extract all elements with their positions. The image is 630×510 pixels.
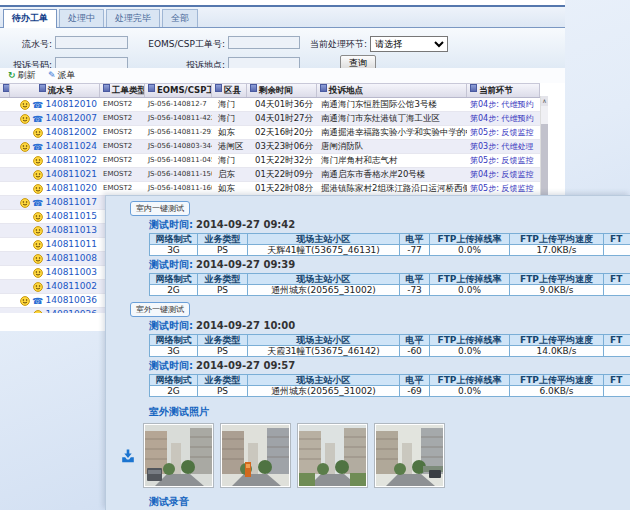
indoor-test-button[interactable]: 室内一键测试 xyxy=(130,201,190,216)
phone-icon[interactable]: ☎ xyxy=(32,296,43,306)
remaining-time-cell: 02天16时20分 xyxy=(247,126,317,139)
test-table: 网络制式业务类型现场主站小区电平FTP上传掉线率FTP上传平均速度FT2GPS通… xyxy=(149,273,630,296)
test-value-cell: 通州城东(20565_31002) xyxy=(248,386,400,397)
smiley-face-icon xyxy=(20,198,30,208)
smiley-face-icon xyxy=(33,212,43,222)
phone-icon[interactable]: ☎ xyxy=(32,100,43,110)
serial-number-link[interactable]: 140811008 xyxy=(45,252,97,265)
serial-number-link[interactable]: 140811017 xyxy=(45,196,97,209)
column-header-4[interactable]: 剩余时间 xyxy=(247,84,317,97)
dispatch-button[interactable]: ✎派单 xyxy=(48,69,76,82)
test-column-header: 电平 xyxy=(400,234,430,245)
smiley-face-icon xyxy=(33,170,43,180)
smiley-face-icon xyxy=(33,282,43,292)
test-value-cell: 6.0KB/s xyxy=(510,386,604,397)
test-value-cell: PS xyxy=(198,346,248,357)
serial-number-link[interactable]: 140811002 xyxy=(45,280,97,293)
table-row[interactable]: ☎140811024EMOST2JS-056-140803-344港闸区03天2… xyxy=(0,140,540,154)
row-select-cell xyxy=(0,252,10,265)
tab-pending-orders[interactable]: 待办工单 xyxy=(3,9,57,28)
order-type-cell: EMOST2 xyxy=(100,154,145,167)
smiley-face-icon xyxy=(20,114,30,124)
eoms-number-cell: JS-056-140811-160 xyxy=(145,182,212,195)
serial-number-link[interactable]: 140811003 xyxy=(45,266,97,279)
location-cell: 南通掘港幸福路实验小学和实验中学的中间（老教... xyxy=(317,126,467,139)
serial-cell: 140812002 xyxy=(10,126,100,139)
row-select-cell xyxy=(0,224,10,237)
street-photo-2[interactable] xyxy=(221,424,290,487)
tab-strip: 待办工单处理中处理完毕全部 xyxy=(0,5,565,28)
serial-input[interactable] xyxy=(55,36,128,49)
current-step-cell: 第04步: 代维预约 xyxy=(467,98,540,111)
test-time-label: 测试时间: xyxy=(149,360,193,371)
refresh-button[interactable]: ↻刷新 xyxy=(8,69,36,82)
eoms-number-cell: JS-056-140812-7 xyxy=(145,98,212,111)
phone-icon[interactable]: ☎ xyxy=(32,114,43,124)
serial-number-link[interactable]: 140811022 xyxy=(45,154,97,167)
remaining-time-cell: 04天01时36分 xyxy=(247,98,317,111)
test-column-header: FTP上传平均速度 xyxy=(510,234,604,245)
column-header-6[interactable]: 当前环节 xyxy=(467,84,540,97)
test-column-header: FT xyxy=(604,375,630,386)
serial-cell: ☎140812010 xyxy=(10,98,100,111)
tab-all[interactable]: 全部 xyxy=(162,9,198,27)
table-row[interactable]: 140812002EMOST2JS-056-140811-291如东02天16时… xyxy=(0,126,540,140)
test-value-cell: PS xyxy=(198,285,248,296)
scroll-up-icon[interactable]: ∧ xyxy=(541,96,548,106)
current-step-cell: 第03步: 代维处理 xyxy=(467,140,540,153)
serial-number-link[interactable]: 140810026 xyxy=(45,308,97,313)
phone-icon[interactable]: ☎ xyxy=(32,198,43,208)
test-value-cell: -73 xyxy=(400,285,430,296)
outdoor-test-button[interactable]: 室外一键测试 xyxy=(130,302,190,317)
serial-number-link[interactable]: 140811013 xyxy=(45,224,97,237)
test-time-line: 测试时间:2014-09-27 10:00 xyxy=(149,319,630,333)
test-column-header: 现场主站小区 xyxy=(248,274,400,285)
serial-number-link[interactable]: 140811015 xyxy=(45,210,97,223)
serial-number-link[interactable]: 140811011 xyxy=(45,238,97,251)
street-photo-3[interactable] xyxy=(298,424,367,487)
eoms-number-cell: JS-056-140811-422 xyxy=(145,112,212,125)
test-time-label: 测试时间: xyxy=(149,259,193,270)
smiley-face-icon xyxy=(33,226,43,236)
column-header-label: 工单类型 xyxy=(112,85,145,95)
table-row[interactable]: 140811021EMOST2JS-056-140811-150启东01天22时… xyxy=(0,168,540,182)
column-header-5[interactable]: 投诉地点 xyxy=(317,84,467,97)
tab-finished[interactable]: 处理完毕 xyxy=(106,9,160,27)
row-select-cell xyxy=(0,182,10,195)
table-row[interactable]: ☎140812007EMOST2JS-056-140811-422海门04天01… xyxy=(0,112,540,126)
serial-label: 流水号: xyxy=(0,38,52,50)
step-select[interactable]: 请选择 xyxy=(370,36,448,52)
test-table-header-row: 网络制式业务类型现场主站小区电平FTP上传掉线率FTP上传平均速度FT xyxy=(150,274,630,285)
serial-number-link[interactable]: 140812010 xyxy=(45,98,97,111)
row-select-cell xyxy=(0,238,10,251)
order-type-cell: EMOST2 xyxy=(100,168,145,181)
current-step-cell: 第05步: 反馈监控 xyxy=(467,126,540,139)
serial-number-link[interactable]: 140811020 xyxy=(45,182,97,195)
street-photo-4[interactable] xyxy=(375,424,444,487)
test-time-value: 2014-09-27 09:57 xyxy=(196,360,295,371)
download-photos-icon[interactable] xyxy=(120,448,136,464)
column-header-2[interactable]: EOMS/CSP工单号 xyxy=(145,84,212,97)
serial-number-link[interactable]: 140811021 xyxy=(45,168,97,181)
test-value-cell: 14.0KB/s xyxy=(510,346,604,357)
phone-icon[interactable]: ☎ xyxy=(32,142,43,152)
test-time-line: 测试时间:2014-09-27 09:39 xyxy=(149,258,630,272)
location-cell: 唐闸消防队 xyxy=(317,140,467,153)
district-cell: 港闸区 xyxy=(212,140,247,153)
serial-number-link[interactable]: 140812007 xyxy=(45,112,97,125)
serial-number-link[interactable]: 140812002 xyxy=(45,126,97,139)
column-header-1[interactable]: 工单类型 xyxy=(100,84,145,97)
column-header-0[interactable]: 流水号 xyxy=(10,84,100,97)
test-value-cell: 2G xyxy=(150,386,198,397)
tab-processing[interactable]: 处理中 xyxy=(59,9,104,27)
serial-number-link[interactable]: 140811024 xyxy=(45,140,97,153)
table-row[interactable]: 140811022EMOST2JS-056-140811-045海门01天22时… xyxy=(0,154,540,168)
column-header-3[interactable]: 区县 xyxy=(212,84,247,97)
smiley-face-icon xyxy=(20,100,30,110)
test-column-header: FTP上传平均速度 xyxy=(510,335,604,346)
table-row[interactable]: 140811020EMOST2JS-056-140811-160如东01天22时… xyxy=(0,182,540,196)
street-photo-1[interactable] xyxy=(144,424,213,487)
table-row[interactable]: ☎140812010EMOST2JS-056-140812-7海门04天01时3… xyxy=(0,98,540,112)
serial-number-link[interactable]: 140810036 xyxy=(45,294,97,307)
district-cell: 如东 xyxy=(212,126,247,139)
